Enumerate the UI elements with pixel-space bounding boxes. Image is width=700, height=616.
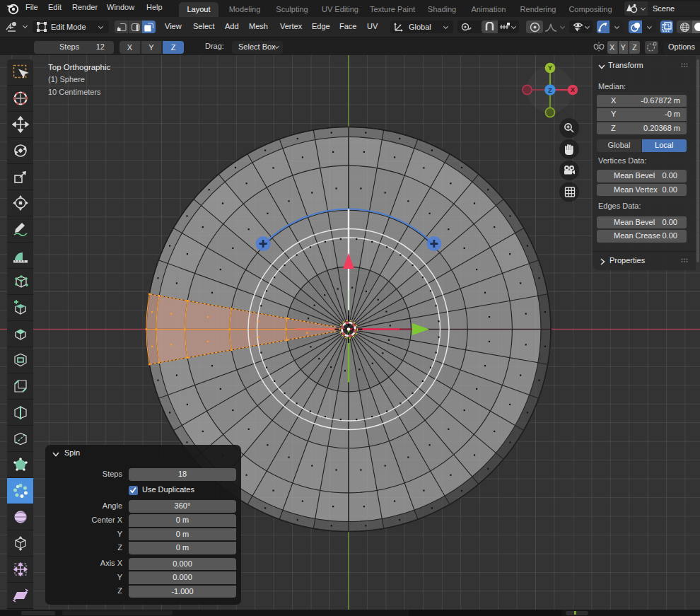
svg-text:(1) Sphere: (1) Sphere bbox=[48, 75, 85, 83]
svg-text:Z: Z bbox=[548, 86, 552, 94]
svg-text:X: X bbox=[571, 86, 575, 93]
svg-text:Top Orthographic: Top Orthographic bbox=[48, 63, 110, 71]
svg-text:10 Centimeters: 10 Centimeters bbox=[48, 88, 101, 96]
svg-text:Y: Y bbox=[548, 64, 552, 71]
